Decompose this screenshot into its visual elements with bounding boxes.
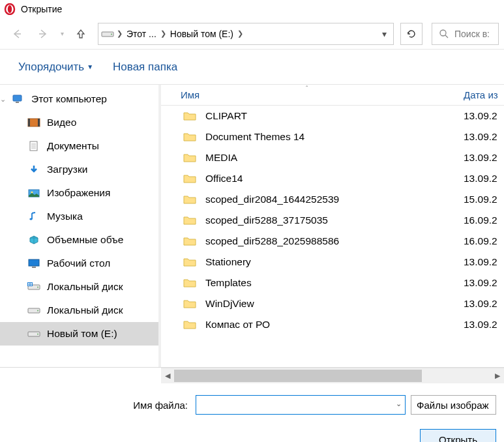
file-pane: ˆ Имя Дата из CLIPART13.09.2Document The…	[161, 85, 504, 367]
breadcrumb-pc[interactable]: Этот ...	[125, 29, 158, 39]
expander-icon[interactable]: ⌄	[0, 95, 6, 104]
file-row[interactable]: scoped_dir5288_3717503516.09.2	[161, 210, 504, 231]
svg-point-19	[29, 218, 32, 220]
folder-icon	[183, 299, 196, 309]
organize-menu[interactable]: Упорядочить ▼	[18, 61, 93, 74]
column-headers: ˆ Имя Дата из	[161, 85, 504, 106]
filename-input[interactable]	[196, 395, 406, 415]
filetype-dropdown[interactable]: Файлы изображ	[411, 395, 496, 415]
scroll-thumb[interactable]	[174, 370, 422, 382]
pc-icon	[12, 94, 25, 104]
file-date: 15.09.2	[464, 194, 504, 205]
new-folder-label: Новая папка	[113, 61, 177, 74]
folder-icon	[183, 319, 196, 330]
svg-point-5	[111, 33, 112, 35]
chevron-right-icon[interactable]: ❯	[235, 29, 246, 38]
file-row[interactable]: Document Themes 1413.09.2	[161, 126, 504, 147]
file-row[interactable]: scoped_dir2084_164425253915.09.2	[161, 189, 504, 210]
sidebar-item-label: Изображения	[47, 187, 110, 199]
scroll-right-icon[interactable]: ▶	[491, 368, 504, 383]
file-date: 13.09.2	[464, 277, 504, 289]
scroll-left-icon[interactable]: ◀	[161, 368, 174, 383]
sidebar-item[interactable]: Видео	[0, 111, 158, 134]
search-input[interactable]: Поиск в: Н	[432, 23, 499, 45]
back-button[interactable]	[5, 23, 29, 44]
sidebar-item[interactable]: ⌄Этот компьютер	[0, 87, 158, 111]
filename-label: Имя файла:	[8, 400, 190, 411]
file-row[interactable]: MEDIA13.09.2	[161, 147, 504, 168]
sidebar-item[interactable]: Локальный диск	[0, 299, 158, 322]
file-date: 16.09.2	[464, 214, 504, 226]
breadcrumb[interactable]: ❯ Этот ... ❯ Новый том (E:) ❯ ▾	[98, 23, 394, 45]
sidebar-item[interactable]: Рабочий стол	[0, 252, 158, 275]
sidebar-item[interactable]: Новый том (E:)	[0, 322, 158, 346]
up-button[interactable]	[69, 23, 93, 44]
file-date: 13.09.2	[464, 298, 504, 310]
chevron-down-icon[interactable]: ▾	[382, 29, 391, 39]
file-list[interactable]: CLIPART13.09.2Document Themes 1413.09.2M…	[161, 106, 504, 367]
file-name: Stationery	[205, 256, 464, 268]
file-row[interactable]: Stationery13.09.2	[161, 252, 504, 273]
refresh-button[interactable]	[400, 23, 422, 45]
column-date[interactable]: Дата из	[464, 89, 504, 100]
forward-button[interactable]	[31, 23, 55, 44]
sidebar-item[interactable]: Объемные объе	[0, 228, 158, 252]
sidebar: ⌄Этот компьютерВидеоДокументыЗагрузкиИзо…	[0, 85, 158, 367]
file-date: 13.09.2	[464, 256, 504, 268]
column-name[interactable]: Имя	[161, 89, 464, 100]
sidebar-item[interactable]: Локальный диск	[0, 275, 158, 299]
file-name: scoped_dir2084_1644252539	[205, 194, 464, 205]
recent-dropdown-icon[interactable]: ▾	[57, 23, 67, 44]
chevron-down-icon: ▼	[87, 63, 93, 70]
file-date: 13.09.2	[464, 319, 504, 331]
docs-icon	[27, 141, 40, 151]
folder-icon	[183, 153, 196, 163]
file-name: MEDIA	[205, 152, 464, 164]
sidebar-item[interactable]: Документы	[0, 134, 158, 158]
file-row[interactable]: WinDjView13.09.2	[161, 293, 504, 314]
sidebar-item[interactable]: Изображения	[0, 181, 158, 205]
sidebar-item-label: Объемные объе	[47, 234, 123, 246]
folder-icon	[183, 132, 196, 142]
file-row[interactable]: Office1413.09.2	[161, 168, 504, 189]
sidebar-item-label: Документы	[47, 140, 99, 152]
folder-icon	[183, 215, 196, 226]
svg-point-6	[440, 30, 446, 36]
organize-label: Упорядочить	[18, 61, 84, 74]
folder-icon	[183, 111, 196, 121]
hscroll-area: ◀ ▶	[0, 368, 504, 383]
pictures-icon	[27, 188, 40, 198]
drive-icon	[27, 305, 40, 316]
downloads-icon	[27, 164, 40, 175]
sidebar-item[interactable]: Загрузки	[0, 158, 158, 181]
navbar: ▾ ❯ Этот ... ❯ Новый том (E:) ❯ ▾ Поиск …	[0, 18, 504, 50]
file-row[interactable]: scoped_dir5288_202598858616.09.2	[161, 231, 504, 252]
3d-icon	[27, 235, 40, 245]
svg-rect-21	[32, 267, 36, 268]
file-name: CLIPART	[205, 110, 464, 122]
sidebar-item-label: Рабочий стол	[47, 258, 110, 269]
breadcrumb-drive[interactable]: Новый том (E:)	[169, 29, 235, 39]
file-row[interactable]: CLIPART13.09.2	[161, 106, 504, 126]
search-icon	[439, 29, 449, 39]
svg-rect-20	[29, 259, 39, 266]
opera-icon	[4, 3, 16, 15]
file-row[interactable]: Компас от РО13.09.2	[161, 314, 504, 335]
titlebar: Открытие	[0, 0, 504, 18]
file-row[interactable]: Templates13.09.2	[161, 273, 504, 293]
footer: Имя файла: ⌄ Файлы изображ Открыть	[0, 383, 504, 442]
svg-rect-25	[28, 283, 30, 284]
chevron-right-icon[interactable]: ❯	[158, 29, 169, 38]
sidebar-item-label: Видео	[47, 117, 76, 128]
file-name: Document Themes 14	[205, 131, 464, 143]
file-name: scoped_dir5288_37175035	[205, 214, 464, 226]
horizontal-scrollbar[interactable]: ◀ ▶	[161, 368, 504, 383]
chevron-right-icon[interactable]: ❯	[114, 29, 125, 38]
folder-icon	[183, 173, 196, 184]
open-button[interactable]: Открыть	[420, 429, 496, 442]
new-folder-button[interactable]: Новая папка	[113, 61, 177, 74]
sort-indicator-icon: ˆ	[306, 85, 308, 93]
folder-icon	[183, 194, 196, 205]
drive-icon	[27, 329, 40, 339]
sidebar-item[interactable]: Музыка	[0, 205, 158, 228]
